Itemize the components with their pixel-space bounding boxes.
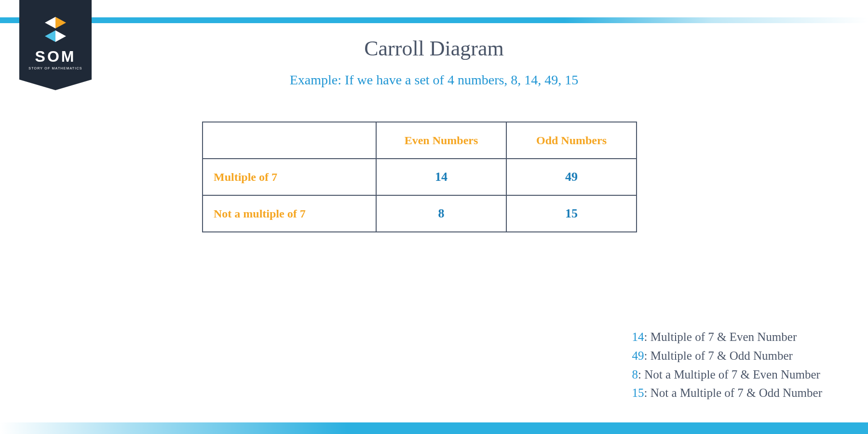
legend-desc: : Not a Multiple of 7 & Even Number: [638, 368, 820, 381]
main-content: Carroll Diagram Example: If we have a se…: [0, 36, 868, 232]
example-subtitle: Example: If we have a set of 4 numbers, …: [290, 72, 579, 88]
carroll-table: Even Numbers Odd Numbers Multiple of 7 1…: [202, 122, 637, 232]
legend: 14: Multiple of 7 & Even Number 49: Mult…: [632, 328, 822, 403]
legend-item: 49: Multiple of 7 & Odd Number: [632, 347, 822, 366]
legend-num: 15: [632, 386, 644, 399]
legend-num: 8: [632, 368, 638, 381]
legend-num: 49: [632, 349, 644, 362]
cell-even-multiple: 14: [376, 159, 506, 195]
legend-desc: : Multiple of 7 & Odd Number: [644, 349, 793, 362]
legend-item: 14: Multiple of 7 & Even Number: [632, 328, 822, 347]
legend-num: 14: [632, 330, 644, 343]
col-header-even: Even Numbers: [376, 122, 506, 159]
legend-desc: : Not a Multiple of 7 & Odd Number: [644, 386, 822, 399]
row-header-multiple: Multiple of 7: [203, 159, 376, 195]
top-accent-bar: [0, 17, 868, 23]
row-header-not-multiple: Not a multiple of 7: [203, 195, 376, 232]
legend-item: 15: Not a Multiple of 7 & Odd Number: [632, 384, 822, 403]
cell-odd-not-multiple: 15: [506, 195, 637, 232]
table-corner-cell: [203, 122, 376, 159]
bottom-accent-bar: [0, 422, 868, 434]
table-row: Multiple of 7 14 49: [203, 159, 637, 195]
col-header-odd: Odd Numbers: [506, 122, 637, 159]
table-row: Not a multiple of 7 8 15: [203, 195, 637, 232]
cell-even-not-multiple: 8: [376, 195, 506, 232]
page-title: Carroll Diagram: [364, 36, 504, 61]
table-header-row: Even Numbers Odd Numbers: [203, 122, 637, 159]
legend-desc: : Multiple of 7 & Even Number: [644, 330, 797, 343]
cell-odd-multiple: 49: [506, 159, 637, 195]
legend-item: 8: Not a Multiple of 7 & Even Number: [632, 366, 822, 384]
